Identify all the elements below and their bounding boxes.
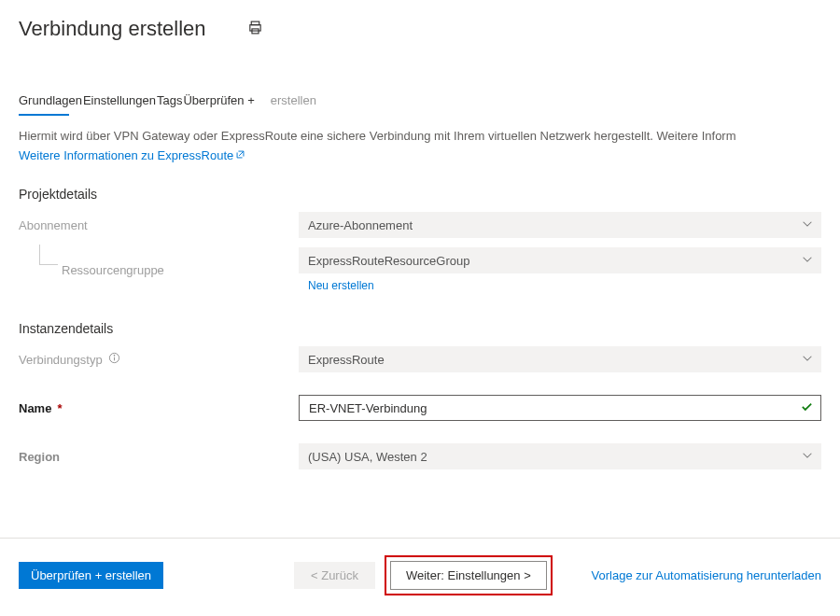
check-icon [800,399,814,416]
subscription-select[interactable]: Azure-Abonnement [299,212,821,238]
info-icon[interactable] [108,352,120,367]
review-create-button[interactable]: Überprüfen + erstellen [19,562,163,589]
print-icon[interactable] [247,20,263,38]
section-instance-title: Instanzendetails [0,297,840,342]
download-template-link[interactable]: Vorlage zur Automatisierung herunterlade… [592,568,821,582]
connection-type-label: Verbindungstyp [19,352,299,367]
page-title: Verbindung erstellen [19,17,206,41]
region-label: Region [19,450,299,464]
chevron-down-icon [801,449,814,465]
chevron-down-icon [801,253,814,269]
resourcegroup-select[interactable]: ExpressRouteResourceGroup [299,247,821,273]
chevron-down-icon [801,352,814,368]
tab-basics[interactable]: Grundlagen [19,88,82,113]
highlight-box: Weiter: Einstellungen > [385,555,553,595]
tab-review[interactable]: Überprüfen + [183,88,254,113]
region-select[interactable]: (USA) USA, Westen 2 [299,443,821,469]
expressroute-learn-more-link[interactable]: Weitere Informationen zu ExpressRoute [0,148,840,162]
tab-create-suffix: erstellen [271,88,316,113]
footer-bar: Überprüfen + erstellen < Zurück Weiter: … [0,538,840,616]
back-button: < Zurück [294,562,375,589]
tab-tags[interactable]: Tags [157,88,182,113]
next-settings-button[interactable]: Weiter: Einstellungen > [390,561,547,590]
create-new-rg-link[interactable]: Neu erstellen [299,273,374,292]
connection-type-select[interactable]: ExpressRoute [299,346,821,372]
tab-bar: Grundlagen Einstellungen Tags Überprüfen… [0,49,840,113]
tab-settings[interactable]: Einstellungen [83,88,156,113]
name-input[interactable] [299,395,821,421]
tree-connector-icon [39,245,58,265]
section-project-title: Projektdetails [0,162,840,207]
resourcegroup-label: Ressourcengruppe [19,263,299,277]
name-label: Name * [19,401,299,415]
svg-point-5 [114,356,115,357]
description-text: Hiermit wird über VPN Gateway oder Expre… [0,113,840,148]
chevron-down-icon [801,217,814,233]
external-link-icon [235,148,245,162]
subscription-label: Abonnement [19,218,299,232]
